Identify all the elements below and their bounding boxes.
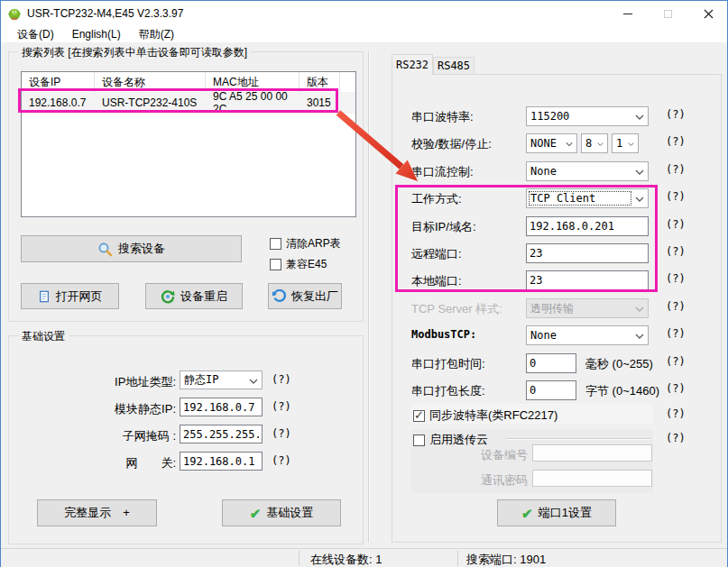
pack-len-input[interactable] [526,380,576,400]
remote-port-input[interactable] [526,243,649,263]
chevron-down-icon [566,142,573,147]
open-webpage-button[interactable]: 打开网页 [21,283,119,309]
maximize-button [648,1,688,26]
parity-select[interactable]: NONE [526,133,577,153]
parity-label: 校验/数据/停止: [411,136,492,152]
app-logo-icon [7,6,22,21]
cloud-help: (?) [666,432,686,444]
webpage-document-icon [38,289,51,304]
clear-arp-checkbox-box [270,238,281,250]
status-bar: 在线设备数: 1 搜索端口: 1901 [1,548,727,567]
work-mode-label: 工作方式: [411,191,462,207]
gateway-help: (?) [272,454,291,467]
tcp-server-style-help: (?) [666,300,686,313]
pack-len-unit: 字节 (0~1460) [585,383,659,399]
ip-type-select[interactable]: 静态IP [180,370,263,389]
device-table: 设备IP 设备名称 MAC地址 版本 192.168.0.7 USR-TCP23… [21,71,356,217]
device-restart-button[interactable]: 设备重启 [145,283,243,309]
cloud-section-line [506,438,650,440]
menu-device[interactable]: 设备(D) [8,26,63,43]
baud-select[interactable]: 115200 [526,106,649,126]
basic-settings-group-title: 基础设置 [18,329,69,344]
gateway-input[interactable] [180,452,263,471]
databits-select[interactable]: 8 [581,133,608,153]
ip-type-help: (?) [272,373,291,386]
stopbits-value: 1 [616,137,622,150]
menu-help[interactable]: 帮助(Z) [130,26,183,43]
port1-settings-label: 端口1设置 [539,505,592,521]
cloud-checkbox[interactable]: 启用透传云 [413,432,488,448]
compat-e45-checkbox[interactable]: 兼容E45 [270,257,327,272]
compat-e45-checkbox-box [270,259,281,270]
clear-arp-checkbox[interactable]: 清除ARP表 [270,236,341,251]
static-ip-input[interactable] [180,398,263,416]
local-port-help: (?) [666,272,686,285]
sync-baud-help: (?) [666,407,686,420]
check-icon: ✔ [250,507,262,520]
col-header-version[interactable]: 版本 [299,72,340,92]
panel-divider [368,51,370,543]
sync-baud-checkbox[interactable]: 同步波特率(类RFC2217) [413,407,558,424]
minimize-button[interactable] [607,1,648,26]
search-device-label: 搜索设备 [118,241,165,257]
basic-settings-apply-button[interactable]: ✔ 基础设置 [222,499,341,526]
dest-ip-label: 目标IP/域名: [411,219,476,235]
local-port-label: 本地端口: [411,273,462,289]
stopbits-select[interactable]: 1 [612,133,639,153]
col-header-spacer [340,72,355,92]
full-display-button[interactable]: 完整显示 + [37,499,157,526]
flow-select[interactable]: None [526,161,649,181]
work-mode-help: (?) [666,190,686,203]
cell-device-ip: 192.168.0.7 [22,92,95,114]
device-table-header: 设备IP 设备名称 MAC地址 版本 [22,72,355,92]
check-icon: ✔ [521,507,533,520]
table-row[interactable]: 192.168.0.7 USR-TCP232-410S 9C A5 25 00 … [22,92,355,114]
col-header-device-ip[interactable]: 设备IP [22,72,95,92]
modbus-tcp-label: ModbusTCP: [411,328,476,341]
search-list-group-title: 搜索列表 [在搜索列表中单击设备即可读取参数] [18,45,251,60]
cell-version: 3015 [299,92,340,114]
menu-english[interactable]: English(L) [63,26,130,43]
port1-settings-button[interactable]: ✔ 端口1设置 [497,499,616,526]
status-separator [299,551,299,566]
device-no-input [532,444,652,462]
status-search-port: 搜索端口: 1901 [466,552,546,567]
status-online-count: 在线设备数: 1 [310,552,382,567]
col-header-mac[interactable]: MAC地址 [206,72,299,92]
factory-reset-button[interactable]: 恢复出厂 [268,283,342,309]
pack-len-help: (?) [666,382,686,395]
baud-help: (?) [666,108,686,121]
tab-rs232[interactable]: RS232 [392,54,433,75]
search-device-button[interactable]: 搜索设备 [21,235,242,262]
pack-time-help: (?) [666,355,686,368]
comm-password-label: 通讯密码 [470,472,528,489]
comm-password-input [532,470,652,487]
close-button[interactable] [688,1,728,26]
modbus-tcp-help: (?) [666,327,686,340]
pack-time-input[interactable] [526,353,576,373]
open-webpage-label: 打开网页 [56,288,103,305]
tab-rs485[interactable]: RS485 [433,57,475,75]
restart-icon [161,289,175,304]
basic-settings-apply-label: 基础设置 [266,505,313,521]
col-header-device-name[interactable]: 设备名称 [95,72,206,92]
static-ip-help: (?) [272,400,291,413]
subnet-mask-input[interactable] [180,425,263,444]
cloud-label: 启用透传云 [429,432,488,448]
search-icon [97,242,113,257]
device-no-label: 设备编号 [470,447,528,463]
chevron-down-icon [628,142,634,147]
menu-bar: 设备(D) English(L) 帮助(Z) [1,26,727,43]
chevron-down-icon [635,169,644,175]
compat-e45-label: 兼容E45 [286,257,327,272]
modbus-tcp-select[interactable]: None [526,325,649,345]
chevron-down-icon [635,197,644,202]
subnet-mask-help: (?) [272,427,291,440]
chevron-down-icon [635,114,644,120]
local-port-input[interactable] [526,270,649,290]
dest-ip-input[interactable] [526,216,649,236]
chevron-down-icon [635,334,644,339]
work-mode-select[interactable]: TCP Client [526,188,649,208]
ip-type-label: IP地址类型: [55,374,176,390]
clear-arp-label: 清除ARP表 [286,236,341,251]
